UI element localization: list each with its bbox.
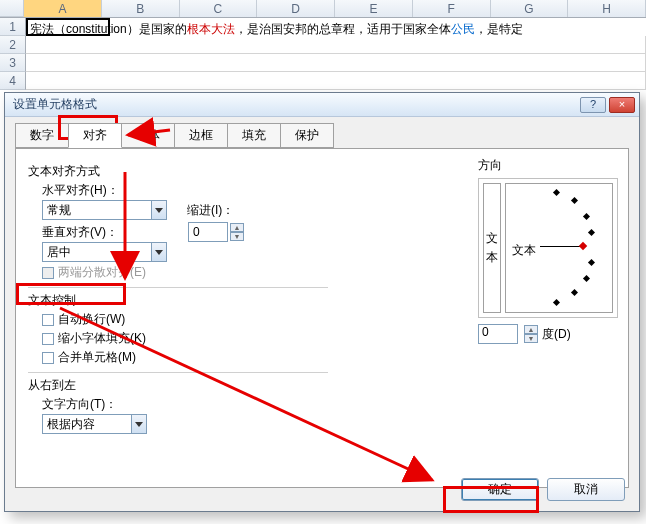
wrap-text-label: 自动换行(W): [58, 311, 125, 328]
cell-row-4[interactable]: [26, 72, 646, 90]
help-button[interactable]: ?: [580, 97, 606, 113]
degree-spinner[interactable]: ▲▼: [524, 325, 538, 343]
format-cells-dialog: 设置单元格格式 ? × 数字 对齐 字体 边框 填充 保护 文本对齐方式 水平对…: [4, 92, 640, 512]
hyperlink[interactable]: 公民: [451, 22, 475, 36]
cell-row-3[interactable]: [26, 54, 646, 72]
justify-checkbox: [42, 267, 54, 279]
h-align-dropdown-button[interactable]: [151, 200, 167, 220]
select-all-corner[interactable]: [0, 0, 24, 17]
dial-text-label: 文本: [512, 242, 536, 259]
v-align-dropdown-button[interactable]: [151, 242, 167, 262]
merge-checkbox[interactable]: [42, 352, 54, 364]
col-header-e[interactable]: E: [335, 0, 413, 17]
tab-font[interactable]: 字体: [121, 123, 175, 148]
column-headers: A B C D E F G H: [0, 0, 646, 18]
degree-label: 度(D): [542, 326, 571, 343]
col-header-h[interactable]: H: [568, 0, 646, 17]
col-header-g[interactable]: G: [491, 0, 569, 17]
wrap-text-checkbox[interactable]: [42, 314, 54, 326]
v-align-combo[interactable]: 居中: [42, 242, 152, 262]
row-header-4[interactable]: 4: [0, 72, 26, 90]
orientation-dial[interactable]: 文本: [505, 183, 613, 313]
vertical-text-label: 本: [486, 249, 498, 266]
vertical-text-label: 文: [486, 230, 498, 247]
text-direction-dropdown-button[interactable]: [131, 414, 147, 434]
chevron-down-icon: [155, 250, 163, 255]
text-direction-combo[interactable]: 根据内容: [42, 414, 132, 434]
dial-handle-icon: [579, 242, 587, 250]
shrink-label: 缩小字体填充(K): [58, 330, 146, 347]
cell-a1[interactable]: 宪法（constitution）是国家的根本大法，是治国安邦的总章程，适用于国家…: [26, 18, 110, 36]
orientation-group-label: 方向: [478, 157, 618, 174]
text: ，是治国安邦的总章程，适用于国家全体: [235, 22, 451, 36]
tab-fill[interactable]: 填充: [227, 123, 281, 148]
tab-alignment[interactable]: 对齐: [68, 123, 122, 148]
col-header-a[interactable]: A: [24, 0, 102, 17]
rtl-group-label: 从右到左: [28, 377, 616, 394]
text: ，是特定: [475, 22, 523, 36]
spreadsheet-grid: A B C D E F G H 1 宪法（constitution）是国家的根本…: [0, 0, 646, 90]
titlebar[interactable]: 设置单元格格式 ? ×: [5, 93, 639, 117]
degree-input[interactable]: 0: [478, 324, 518, 344]
tab-strip: 数字 对齐 字体 边框 填充 保护: [15, 123, 633, 148]
text-highlight: 根本大法: [187, 22, 235, 36]
chevron-down-icon: [135, 422, 143, 427]
row-header-2[interactable]: 2: [0, 36, 26, 54]
chevron-down-icon: [155, 208, 163, 213]
indent-label: 缩进(I)：: [187, 202, 234, 219]
row-header-3[interactable]: 3: [0, 54, 26, 72]
tab-border[interactable]: 边框: [174, 123, 228, 148]
indent-spinner[interactable]: ▲▼: [230, 223, 244, 241]
col-header-d[interactable]: D: [257, 0, 335, 17]
text: ）是国家的: [127, 22, 187, 36]
shrink-checkbox[interactable]: [42, 333, 54, 345]
text: 宪法（: [30, 22, 66, 36]
h-align-combo[interactable]: 常规: [42, 200, 152, 220]
merge-label: 合并单元格(M): [58, 349, 136, 366]
tab-number[interactable]: 数字: [15, 123, 69, 148]
col-header-f[interactable]: F: [413, 0, 491, 17]
dialog-title: 设置单元格格式: [13, 96, 97, 113]
justify-label: 两端分散对齐(E): [58, 264, 146, 281]
close-button[interactable]: ×: [609, 97, 635, 113]
cancel-button[interactable]: 取消: [547, 478, 625, 501]
tab-protection[interactable]: 保护: [280, 123, 334, 148]
ok-button[interactable]: 确定: [461, 478, 539, 501]
cell-row-2[interactable]: [26, 36, 646, 54]
text-direction-label: 文字方向(T)：: [42, 396, 616, 413]
text: constitution: [66, 22, 127, 36]
dialog-body: 文本对齐方式 水平对齐(H)： 常规 缩进(I)： 0 ▲▼ 垂直对齐(V)： …: [15, 148, 629, 488]
vertical-text-button[interactable]: 文 本: [483, 183, 501, 313]
indent-input[interactable]: 0: [188, 222, 228, 242]
row-header-1[interactable]: 1: [0, 18, 26, 36]
col-header-c[interactable]: C: [180, 0, 258, 17]
col-header-b[interactable]: B: [102, 0, 180, 17]
